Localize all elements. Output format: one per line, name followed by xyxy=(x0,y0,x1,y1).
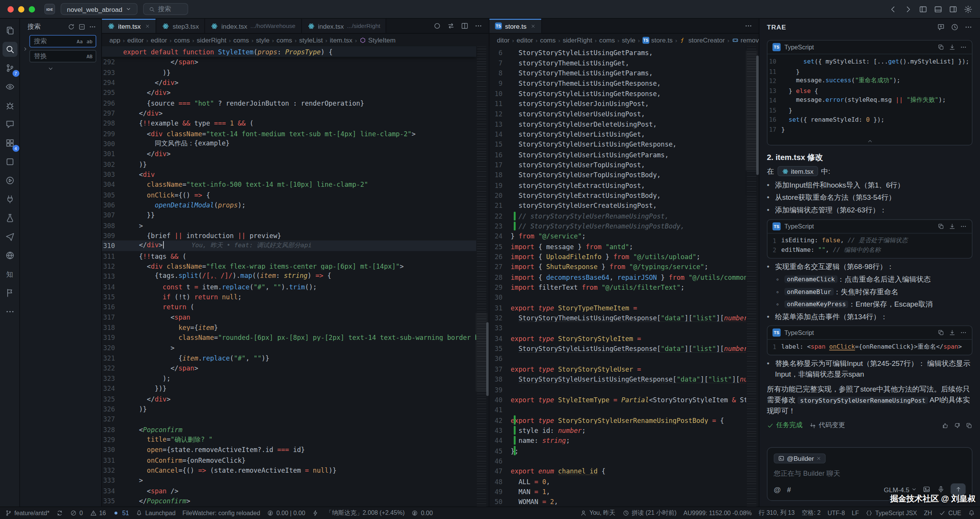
code-line[interactable]: 308 > xyxy=(102,220,476,230)
breadcrumb-item[interactable]: ditor xyxy=(497,36,510,44)
code-line[interactable]: 312 <div className="flex flex-wrap items… xyxy=(102,261,476,271)
tab-step3.tsx[interactable]: step3.tsx xyxy=(156,19,205,33)
new-chat-icon[interactable] xyxy=(937,23,945,31)
minimap[interactable] xyxy=(477,46,486,507)
code-line[interactable]: 27import { ShutuResponse } from "@/typin… xyxy=(489,262,746,272)
code-line[interactable]: 296 {source === "hot" ? renderJoinButton… xyxy=(102,98,476,108)
code-line[interactable]: 294 </div> xyxy=(102,77,476,88)
breadcrumb-item[interactable]: siderRight xyxy=(563,36,592,44)
whole-word-icon[interactable]: ab xyxy=(85,38,94,45)
code-line[interactable]: 298 {!!example && type === 1 && ( xyxy=(102,118,476,129)
match-case-icon[interactable]: Aa xyxy=(75,38,84,45)
code-line[interactable]: 307 }} xyxy=(102,210,476,220)
breadcrumb-item[interactable]: item.tsx xyxy=(330,36,353,44)
balance-indicator[interactable]: 0.00 xyxy=(412,510,433,517)
code-line[interactable]: 35 StoryStoryStyleListUsingGetResponse["… xyxy=(489,343,746,354)
code-line[interactable]: 11 storyStoryStyleUserJoinUsingPost, xyxy=(489,98,746,109)
info-indicator[interactable]: 51 xyxy=(113,510,129,517)
code-line[interactable]: 42export type StoryStoryStyleUserRenameU… xyxy=(489,415,746,425)
copy-icon[interactable] xyxy=(938,329,944,336)
breadcrumb-item[interactable]: editor xyxy=(127,36,144,44)
more-icon[interactable] xyxy=(89,23,96,31)
breadcrumb-item[interactable]: remov xyxy=(732,36,759,44)
code-line[interactable]: 31export type StoryTypeThemeItem = xyxy=(489,303,746,313)
toggle-replace-icon[interactable] xyxy=(22,35,28,62)
code-line[interactable]: 46 xyxy=(489,456,746,466)
breadcrumb-item[interactable]: editor xyxy=(151,36,167,44)
breadcrumb-item[interactable]: StyleItem xyxy=(359,36,395,44)
code-line[interactable]: 326 )} xyxy=(102,404,476,414)
code-line[interactable]: 318 key={item} xyxy=(102,322,476,333)
sync-indicator[interactable] xyxy=(56,510,63,517)
code-editor-store-ts[interactable]: 6 StoryStoryStyleListUsingGetParams,7 st… xyxy=(489,46,759,507)
split-editor-icon[interactable] xyxy=(461,22,469,30)
tab-item.tsx[interactable]: item.tsx xyxy=(102,19,156,33)
refresh-icon[interactable] xyxy=(67,23,75,31)
close-window-button[interactable] xyxy=(8,6,14,12)
code-editor-item-tsx[interactable]: export default function StyleItem(props:… xyxy=(102,46,489,507)
gear-icon[interactable] xyxy=(964,5,973,13)
code-line[interactable]: 299 <div className="text-14 font-medium … xyxy=(102,128,476,139)
preserve-case-icon[interactable]: AB xyxy=(85,53,94,60)
code-line[interactable]: 26import { UploadFileInfo } from "@/util… xyxy=(489,251,746,262)
more-icon[interactable] xyxy=(960,329,967,336)
filewatcher-status[interactable]: FileWatcher: config reloaded xyxy=(183,510,260,517)
minimap[interactable] xyxy=(747,46,756,507)
code-line[interactable]: 15 StoryStoryStyleUserListUsingGetRespon… xyxy=(489,139,746,150)
layout-left-icon[interactable] xyxy=(919,5,928,13)
code-line[interactable]: 295 </div> xyxy=(102,87,476,98)
code-line[interactable]: 6 StoryStoryStyleListUsingGetParams, xyxy=(489,47,746,58)
breadcrumb-item[interactable]: app xyxy=(109,36,121,44)
layout-right-icon[interactable] xyxy=(949,5,957,13)
code-line[interactable]: 38 StoryStoryStyleUserListUsingGetRespon… xyxy=(489,374,746,384)
code-changes-button[interactable]: 代码变更 xyxy=(809,421,845,430)
branch-indicator[interactable]: feature/antd* xyxy=(5,510,49,517)
breadcrumb-item[interactable]: editor xyxy=(517,36,533,44)
code-line[interactable]: 39 xyxy=(489,384,746,395)
code-line[interactable]: 47export enum channel_id { xyxy=(489,466,746,476)
breadcrumb-item[interactable]: coms xyxy=(233,36,249,44)
cost-indicator[interactable]: 0.00 | 0.00 xyxy=(267,510,305,517)
source-control-icon[interactable]: 7 xyxy=(2,60,17,75)
swap-icon[interactable] xyxy=(447,22,455,30)
code-line[interactable]: 45}; xyxy=(489,446,746,456)
code-line[interactable]: 303 <div xyxy=(102,169,476,180)
send-icon[interactable] xyxy=(2,229,17,244)
debug-icon[interactable] xyxy=(2,98,17,113)
launchpad[interactable]: Launchpad xyxy=(136,510,176,517)
breadcrumb-item[interactable]: style xyxy=(622,36,635,44)
encoding[interactable]: UTF-8 xyxy=(828,510,845,517)
more-icon[interactable] xyxy=(474,22,482,30)
history-icon[interactable] xyxy=(951,23,959,31)
code-line[interactable]: 40export type StyleItemType = Partial<St… xyxy=(489,395,746,405)
square-icon[interactable] xyxy=(2,154,17,169)
code-line[interactable]: 306 openDetailModal(props); xyxy=(102,200,476,210)
breadcrumb-item[interactable]: TSstore.ts xyxy=(642,36,673,44)
code-line[interactable]: 28import { decompressBase64, repairJSON … xyxy=(489,272,746,282)
code-line[interactable]: 50 WOMAN = 2, xyxy=(489,496,746,506)
more-icon[interactable] xyxy=(960,44,967,51)
copy-icon[interactable] xyxy=(938,223,944,230)
code-line[interactable]: 34export type StoryStoryStyleItem = xyxy=(489,333,746,344)
more-icon[interactable] xyxy=(744,22,752,30)
code-line[interactable]: 25import { message } from "antd"; xyxy=(489,242,746,252)
breadcrumb-item[interactable]: siderRight xyxy=(197,36,226,44)
remove-context-icon[interactable] xyxy=(817,456,822,461)
chat-input-placeholder[interactable]: 您正在与 Builder 聊天 xyxy=(774,469,965,478)
circle-icon[interactable] xyxy=(433,22,441,30)
insert-icon[interactable] xyxy=(949,329,956,336)
code-line[interactable]: 13 storyStoryStyleUserDeleteUsingPost, xyxy=(489,119,746,129)
code-line[interactable]: 327 xyxy=(102,414,476,424)
more-icon[interactable] xyxy=(2,304,17,319)
code-line[interactable]: 29import filterText from "@/utils/filter… xyxy=(489,282,746,292)
code-line[interactable]: 23 // StoryStoryStyleUserRenameUsingPost… xyxy=(489,221,746,231)
close-tab-icon[interactable] xyxy=(531,23,536,28)
code-line[interactable]: 321 {item.replace("#", "")} xyxy=(102,353,476,363)
global-search[interactable]: 搜索 xyxy=(143,3,188,15)
input-lang[interactable]: ZH xyxy=(924,510,932,517)
code-line[interactable]: 301 </div> xyxy=(102,149,476,159)
code-line[interactable]: 17 storyStoryStyleUserTopUsingPost, xyxy=(489,160,746,170)
tab-index.tsx[interactable]: index.tsx.../siderRight xyxy=(302,19,387,33)
code-line[interactable]: 49 MAN = 1, xyxy=(489,486,746,497)
code-line[interactable]: 329 title="确认删除? " xyxy=(102,434,476,445)
